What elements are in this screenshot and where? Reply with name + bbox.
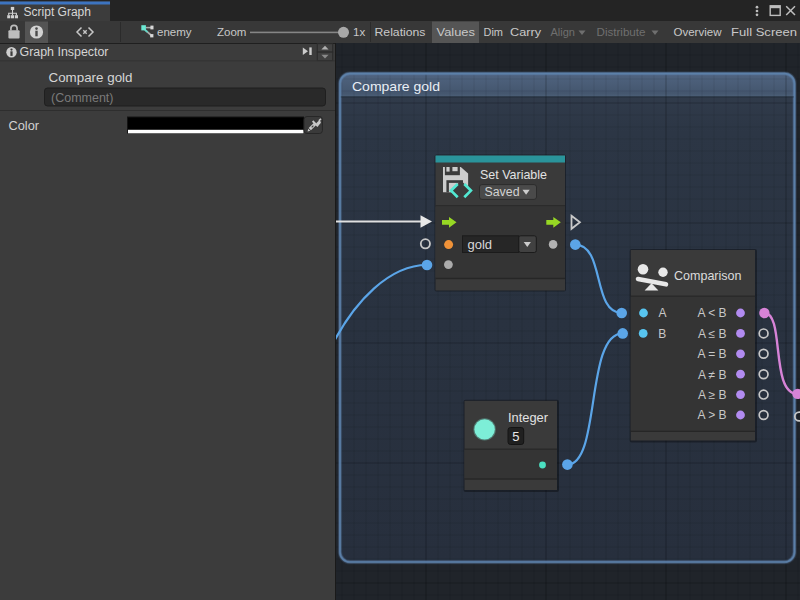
- svg-text:Compare gold: Compare gold: [49, 70, 133, 85]
- svg-text:Integer: Integer: [508, 410, 549, 425]
- svg-text:Comparison: Comparison: [674, 268, 742, 283]
- svg-text:Script Graph: Script Graph: [24, 5, 92, 19]
- svg-text:Align: Align: [551, 26, 576, 38]
- svg-text:A < B: A < B: [697, 306, 726, 320]
- svg-text:A ≠ B: A ≠ B: [698, 368, 727, 382]
- svg-text:Carry: Carry: [510, 26, 541, 38]
- svg-text:Distribute: Distribute: [597, 26, 646, 38]
- svg-text:Relations: Relations: [375, 26, 426, 38]
- svg-text:A ≥ B: A ≥ B: [698, 388, 727, 402]
- svg-text:A ≤ B: A ≤ B: [698, 327, 727, 341]
- svg-text:A: A: [659, 306, 667, 320]
- svg-text:Zoom: Zoom: [217, 26, 246, 38]
- svg-text:Graph Inspector: Graph Inspector: [20, 45, 109, 59]
- svg-text:Set Variable: Set Variable: [480, 167, 547, 182]
- svg-text:B: B: [658, 327, 666, 341]
- svg-text:Values: Values: [437, 26, 476, 38]
- svg-text:Compare gold: Compare gold: [352, 79, 440, 94]
- svg-text:enemy: enemy: [157, 26, 192, 38]
- svg-text:1x: 1x: [353, 26, 365, 38]
- svg-text:A = B: A = B: [697, 347, 726, 361]
- svg-text:A > B: A > B: [697, 408, 726, 422]
- svg-text:Full Screen: Full Screen: [731, 26, 797, 38]
- svg-text:5: 5: [512, 429, 519, 444]
- svg-text:Saved: Saved: [485, 185, 520, 199]
- svg-text:gold: gold: [468, 237, 493, 252]
- svg-text:(Comment): (Comment): [51, 91, 114, 105]
- svg-text:Color: Color: [9, 119, 40, 133]
- svg-text:Dim: Dim: [484, 26, 504, 38]
- svg-text:Overview: Overview: [674, 26, 723, 38]
